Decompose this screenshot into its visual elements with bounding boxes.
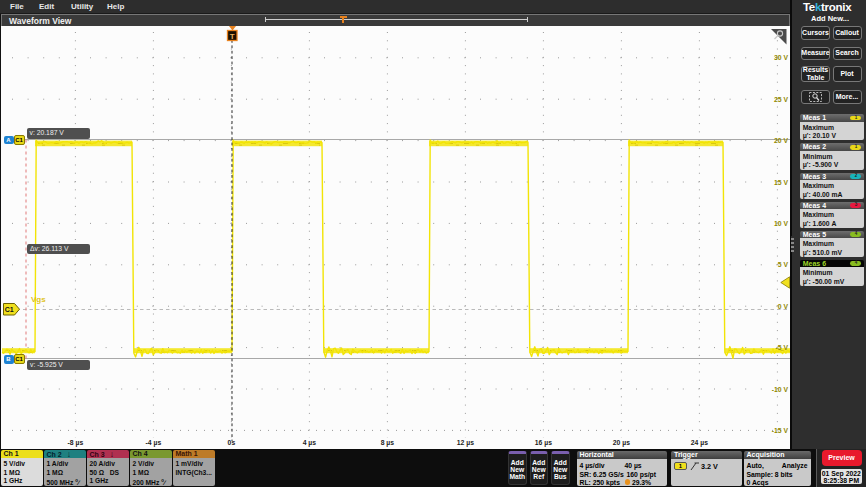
svg-text:0s: 0s [228,439,236,446]
svg-text:24 µs: 24 µs [691,439,708,447]
svg-text:20 µs: 20 µs [613,439,630,447]
svg-text:12 µs: 12 µs [457,439,474,447]
svg-text:-8 µs: -8 µs [68,439,84,447]
svg-text:-4 µs: -4 µs [146,439,162,447]
svg-text:4 µs: 4 µs [303,439,317,447]
svg-text:-5 V: -5 V [776,344,789,351]
svg-text:16 µs: 16 µs [535,439,552,447]
svg-text:10 V: 10 V [774,220,788,227]
svg-text:20 V: 20 V [774,137,788,144]
svg-text:0 V: 0 V [778,303,789,310]
svg-text:C1: C1 [5,306,14,313]
svg-text:5 V: 5 V [778,261,789,268]
svg-text:Vgs: Vgs [31,295,46,304]
svg-text:25 V: 25 V [774,96,788,103]
svg-text:-15 V: -15 V [772,427,789,434]
svg-text:15 V: 15 V [774,179,788,186]
svg-text:30 V: 30 V [774,54,788,61]
svg-text:-10 V: -10 V [772,386,789,393]
svg-text:8 µs: 8 µs [381,439,395,447]
svg-text:T: T [230,32,235,41]
